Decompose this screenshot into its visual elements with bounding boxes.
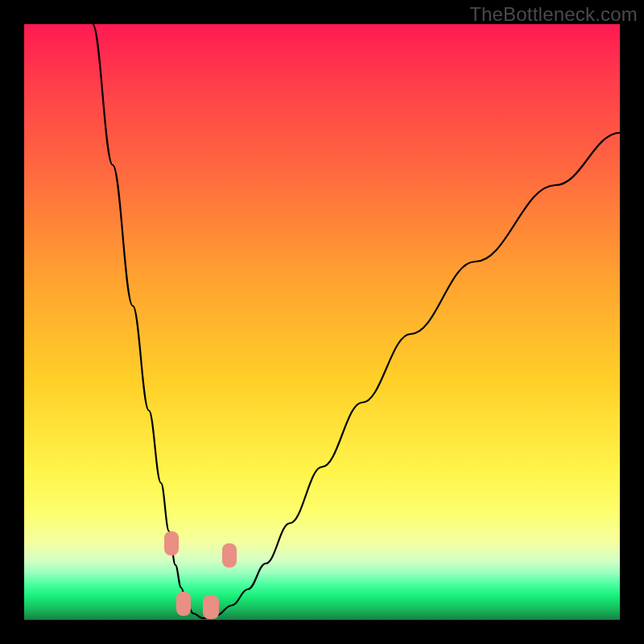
marker-right-upper — [222, 543, 237, 568]
marker-left-lower — [176, 592, 191, 616]
marker-right-lower — [203, 595, 219, 619]
marker-left-upper — [164, 531, 179, 555]
plot-area — [24, 24, 620, 620]
watermark-text: TheBottleneck.com — [469, 3, 638, 26]
v-curve — [24, 24, 620, 620]
